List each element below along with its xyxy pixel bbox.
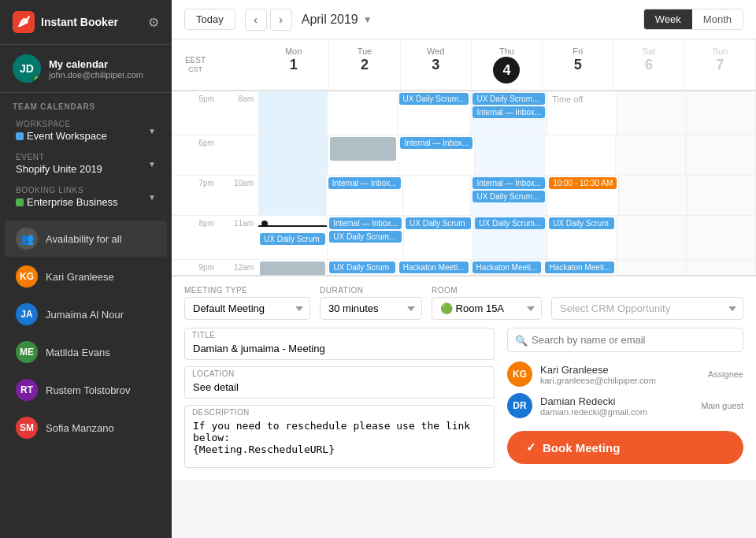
sidebar-item-jumaima[interactable]: JA Jumaima Al Nour [5,296,167,332]
title-label: TITLE [192,331,215,339]
booking-links-dropdown[interactable]: BOOKING LINKS Enterprise Business ▼ [6,182,165,212]
title-input[interactable] [184,328,495,360]
event-block[interactable]: UX Daily Scrum... [475,217,545,229]
settings-icon[interactable]: ⚙ [148,15,159,30]
week-view-button[interactable]: Week [644,9,692,29]
description-label: DESCRIPTION [192,408,250,417]
jumaima-avatar: JA [16,303,38,325]
day-header-tue: Tue 2 [329,39,400,91]
kari-avatar: KG [16,265,38,288]
cell-wed-7pm [403,176,472,215]
cell-sun-9pm [687,260,756,276]
attendee-name: Kari Granleese [540,364,700,376]
attendee-list: KG Kari Granleese kari.granleese@chilipi… [507,358,743,421]
book-meeting-button[interactable]: ✓ Book Meeting [507,431,743,464]
event-block[interactable]: UX Daily Scrum... [472,93,545,105]
day-header-sat: Sat 6 [613,39,684,91]
time-label-cst: 8am [219,91,258,135]
cell-fri-6pm [545,135,615,175]
workspace-value: Event Workspace [16,130,107,142]
chevron-down-icon[interactable]: ▼ [363,14,372,25]
event-block[interactable]: Internal — Inbox... [472,177,545,189]
sidebar-item-rustem[interactable]: RT Rustem Tolstobrov [5,372,167,408]
sidebar-item-label: Rustem Tolstobrov [46,384,130,396]
event-block[interactable]: Internal — Inbox... [328,177,401,189]
event-block[interactable]: Internal — Inbox... [400,137,472,149]
cell-fri-5pm: Time off [547,91,617,135]
cell-wed-8pm: UX Daily Scrum [404,216,473,259]
today-button[interactable]: Today [184,9,235,30]
attendee-search-wrap: 🔍 [507,328,743,352]
location-group: LOCATION [184,366,495,399]
crm-select[interactable]: Select CRM Opportunity [551,297,743,320]
meeting-type-select[interactable]: Default Meeting [184,297,310,320]
list-item: KG Kari Granleese kari.granleese@chilipi… [507,358,743,390]
duration-label: DURATION [320,286,422,295]
event-block[interactable]: Hackaton Meeti... [545,262,614,273]
sidebar-item-label: Sofia Manzano [46,422,114,434]
event-block[interactable]: UX Daily Scrum... [399,93,469,105]
attendee-email: damian.redecki@gmail.com [540,407,693,417]
event-label: EVENT [16,153,102,161]
event-block[interactable]: 10:00 - 10:30 AM [549,177,617,189]
room-select[interactable]: 🟢 Room 15A [432,297,542,320]
event-block[interactable] [260,262,325,276]
cell-sun-5pm [687,91,756,135]
sidebar-item-matilda[interactable]: ME Matilda Evans [5,334,167,370]
month-view-button[interactable]: Month [692,9,743,29]
workspace-dropdown[interactable]: WORKSPACE Event Workspace ▼ [6,116,165,146]
cell-sun-8pm [687,216,756,259]
cell-sat-9pm [617,260,686,276]
day-header-fri: Fri 5 [543,39,613,91]
main-area: Today ‹ › April 2019 ▼ Week Month EEST C… [172,0,756,538]
sidebar-item-availability[interactable]: 👥 Availability for all [5,221,167,257]
user-initials: JD [20,62,34,75]
prev-button[interactable]: ‹ [245,9,267,31]
time-label: 9pm [172,260,219,276]
timeslot-7pm: 7pm 10am Internal — Inbox... Internal — … [172,176,756,216]
cell-wed-9pm: Hackaton Meeti... [398,260,471,276]
event-block[interactable]: UX Daily Scrum... [472,191,545,202]
form-top-row: MEETING TYPE Default Meeting DURATION 30… [184,286,743,320]
sidebar-item-sofia[interactable]: SM Sofia Manzano [5,410,167,446]
cell-mon-8pm: UX Daily Scrum [258,216,328,259]
sidebar-item-label: Jumaima Al Nour [46,309,124,321]
sidebar-item-kari[interactable]: KG Kari Granleese [5,258,167,295]
event-block[interactable]: UX Daily Scrum [549,217,614,229]
event-block[interactable]: UX Daily Scrum... [329,231,402,243]
nav-arrows: ‹ › [245,9,292,31]
cell-sun-7pm [687,176,756,215]
event-block[interactable]: Hackaton Meeti... [399,262,469,273]
attendee-search-input[interactable] [507,328,743,352]
meeting-type-label: MEETING TYPE [184,286,310,295]
room-group: ROOM 🟢 Room 15A [432,286,542,320]
time-label-cst: 11am [219,216,258,259]
day-header-mon: Mon 1 [258,39,329,91]
attendee-info: Kari Granleese kari.granleese@chilipiper… [540,364,700,385]
cell-tue-6pm [328,135,398,175]
meeting-type-group: MEETING TYPE Default Meeting [184,286,310,320]
cell-sat-6pm [616,135,686,175]
availability-icon: 👥 [16,228,38,250]
crm-group: CRM Select CRM Opportunity [551,286,743,320]
event-block[interactable] [330,137,396,161]
duration-select[interactable]: 30 minutes [320,297,422,320]
kari-avatar: KG [507,362,532,387]
sidebar-item-label: Availability for all [46,233,122,245]
next-button[interactable]: › [270,9,292,31]
time-label: 5pm [172,91,219,135]
form-fields: TITLE LOCATION DESCRIPTION If you need t… [184,328,495,470]
event-block[interactable]: Internal — Inbox... [472,106,545,118]
cell-sun-6pm [686,135,756,175]
event-block[interactable]: Hackaton Meeti... [472,262,542,273]
workspace-label: WORKSPACE [16,120,107,128]
event-dropdown[interactable]: EVENT Shopify Unite 2019 ▼ [6,149,165,179]
booking-links-value: Enterprise Business [16,196,118,208]
user-email: john.doe@chilipiper.com [49,70,159,80]
event-block[interactable]: UX Daily Scrum [406,217,471,229]
attendee-name: Damian Redecki [540,395,693,407]
cell-tue-7pm: Internal — Inbox... [327,176,403,215]
event-block[interactable]: UX Daily Scrum [329,262,395,273]
event-block[interactable]: Internal — Inbox... [329,217,402,229]
event-block[interactable]: UX Daily Scrum [260,233,325,245]
